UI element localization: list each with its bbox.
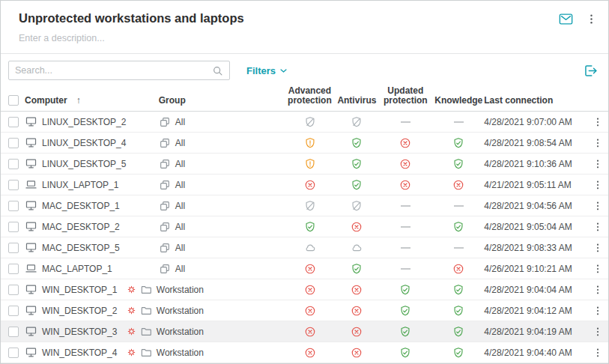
knowledge-status [434,221,482,233]
row-kebab-menu-icon[interactable] [587,200,608,212]
group-cell[interactable]: All [140,221,282,233]
row-checkbox[interactable] [8,138,19,148]
group-all-icon [159,221,171,233]
search-input[interactable] [15,65,211,76]
table-row[interactable]: WIN_DESKTOP_1 Workstation 4/28/2021 9:04… [1,279,608,300]
advanced-protection-status [282,200,338,212]
column-header-advanced-protection[interactable]: Advanced protection [282,86,337,106]
row-kebab-menu-icon[interactable] [587,179,608,191]
page-title: Unprotected workstations and laptops [19,10,244,25]
row-checkbox[interactable] [8,285,19,295]
last-connection: 4/28/2021 9:07:00 AM [482,117,587,127]
table-row[interactable]: LINUX_LAPTOP_1 All 4/21/2021 9:05:11 AM [1,175,608,195]
header-kebab-menu-icon[interactable] [585,13,598,25]
computer-name[interactable]: LINUX_DESKTOP_5 [42,159,127,169]
table-row[interactable]: WIN_DESKTOP_2 Workstation 4/28/2021 9:04… [1,300,608,321]
group-cell[interactable]: Workstation [140,347,282,359]
computer-name[interactable]: LINUX_DESKTOP_2 [42,117,127,127]
table-row[interactable]: LINUX_DESKTOP_4 All 4/28/2021 9:08:54 AM [1,133,608,154]
title-actions [558,10,598,27]
table-row[interactable]: LINUX_DESKTOP_5 All 4/28/2021 9:10:36 AM [1,154,608,175]
computer-name[interactable]: MAC_LAPTOP_1 [42,264,112,274]
select-all-checkbox[interactable] [8,95,19,106]
group-name: All [175,264,185,274]
table-row[interactable]: MAC_DESKTOP_5 All 4/28/2021 9:08:33 AM [1,237,608,258]
computer-name[interactable]: WIN_DESKTOP_4 [42,348,117,358]
email-icon[interactable] [558,11,574,27]
row-checkbox[interactable] [8,159,19,169]
computer-name[interactable]: LINUX_DESKTOP_4 [42,138,127,148]
updated-protection-status [376,158,434,170]
search-box[interactable] [8,61,230,80]
group-all-icon [159,179,171,191]
column-header-last-connection[interactable]: Last connection [482,96,587,106]
group-cell[interactable]: All [140,242,282,254]
row-kebab-menu-icon[interactable] [587,116,608,128]
table-body: LINUX_DESKTOP_2 All 4/28/2021 9:07:00 AM… [1,112,608,363]
group-cell[interactable]: All [140,179,282,191]
table-row[interactable]: LINUX_DESKTOP_2 All 4/28/2021 9:07:00 AM [1,112,608,133]
row-checkbox[interactable] [8,201,19,211]
advanced-protection-status [282,305,338,317]
group-name: All [175,222,185,232]
row-checkbox[interactable] [8,180,19,190]
sort-ascending-icon[interactable]: ↑ [76,96,81,106]
row-checkbox[interactable] [8,222,19,232]
row-checkbox[interactable] [8,327,19,337]
group-cell[interactable]: Workstation [140,284,282,296]
table-row[interactable]: MAC_DESKTOP_1 All 4/28/2021 9:04:56 AM [1,195,608,216]
computer-name[interactable]: WIN_DESKTOP_1 [42,285,117,295]
antivirus-status [337,221,376,233]
updated-protection-status [376,326,434,338]
computer-name[interactable]: WIN_DESKTOP_2 [42,306,117,316]
toolbar: Filters [1,54,608,86]
antivirus-status [337,242,376,254]
updated-protection-status [376,268,434,270]
column-header-computer[interactable]: Computer ↑ [25,96,127,106]
row-kebab-menu-icon[interactable] [587,221,608,233]
table-row[interactable]: MAC_LAPTOP_1 All 4/26/2021 9:10:21 AM [1,258,608,279]
row-kebab-menu-icon[interactable] [587,242,608,254]
row-kebab-menu-icon[interactable] [587,284,608,296]
row-kebab-menu-icon[interactable] [587,305,608,317]
table-row[interactable]: WIN_DESKTOP_3 Workstation 4/28/2021 9:04… [1,321,608,342]
row-checkbox[interactable] [8,348,19,358]
knowledge-status [434,179,482,191]
column-header-updated-protection[interactable]: Updated protection [376,86,434,106]
group-name: Workstation [157,348,204,358]
group-cell[interactable]: All [140,158,282,170]
group-cell[interactable]: Workstation [140,326,282,338]
export-icon[interactable] [583,63,599,79]
computer-name[interactable]: WIN_DESKTOP_3 [42,327,117,337]
advanced-protection-status [282,116,338,128]
filters-button[interactable]: Filters [246,65,289,76]
column-header-group[interactable]: Group [140,96,282,106]
row-kebab-menu-icon[interactable] [587,347,608,359]
computer-name[interactable]: MAC_DESKTOP_2 [42,222,120,232]
row-kebab-menu-icon[interactable] [587,326,608,338]
computer-name[interactable]: MAC_DESKTOP_5 [42,243,120,253]
description-input[interactable]: Enter a description... [1,27,608,53]
group-cell[interactable]: Workstation [140,305,282,317]
knowledge-status [434,284,482,296]
row-checkbox[interactable] [8,117,19,127]
group-cell[interactable]: All [140,263,282,275]
row-checkbox[interactable] [8,243,19,253]
row-checkbox[interactable] [8,264,19,274]
group-cell[interactable]: All [140,116,282,128]
column-header-knowledge[interactable]: Knowledge [434,96,482,106]
computer-name[interactable]: MAC_DESKTOP_1 [42,201,120,211]
computer-name[interactable]: LINUX_LAPTOP_1 [42,180,119,190]
group-cell[interactable]: All [140,137,282,149]
row-kebab-menu-icon[interactable] [587,137,608,149]
group-cell[interactable]: All [140,200,282,212]
table-row[interactable]: WIN_DESKTOP_4 Workstation 4/28/2021 9:04… [1,342,608,363]
last-connection: 4/28/2021 9:08:33 AM [482,243,587,253]
infection-detected-icon [127,327,140,336]
row-kebab-menu-icon[interactable] [587,158,608,170]
row-kebab-menu-icon[interactable] [587,263,608,275]
laptop-icon [25,178,37,191]
row-checkbox[interactable] [8,306,19,316]
table-row[interactable]: MAC_DESKTOP_2 All 4/28/2021 9:05:04 AM [1,216,608,237]
column-header-antivirus[interactable]: Antivirus [337,96,376,106]
